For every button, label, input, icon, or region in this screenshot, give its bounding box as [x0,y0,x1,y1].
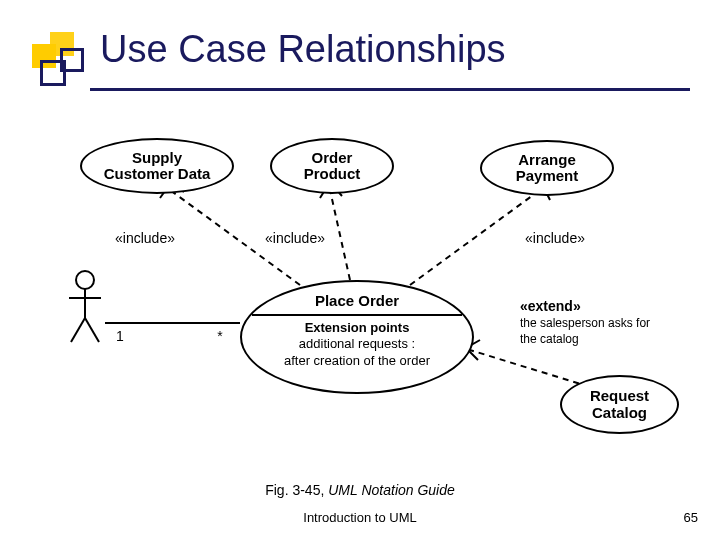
figure-number: Fig. 3-45, [265,482,324,498]
usecase-supply-customer-data: Supply Customer Data [80,138,234,194]
usecase-label: Supply Customer Data [104,150,211,183]
svg-line-9 [85,318,99,342]
actor-icon [65,270,105,350]
title-underline [90,88,690,91]
extend-stereotype: «extend» [520,298,581,314]
extension-points: Extension points additional requests : a… [242,320,472,369]
uml-diagram: Supply Customer Data Order Product Arran… [40,120,680,460]
assoc-multiplicity-right: * [210,328,230,344]
usecase-label: Arrange Payment [516,152,579,185]
extend-condition-line2: the catalog [520,332,579,346]
place-order-divider [252,314,462,316]
svg-point-5 [76,271,94,289]
assoc-multiplicity-left: 1 [110,328,130,344]
place-order-title: Place Order [242,292,472,309]
extend-label: «extend» the salesperson asks for the ca… [520,298,680,346]
slide-title: Use Case Relationships [100,28,506,71]
slide-footer: Introduction to UML [0,510,720,525]
usecase-place-order: Place Order Extension points additional … [240,280,474,394]
page-number: 65 [684,510,698,525]
include-label-2: «include» [250,230,340,246]
usecase-arrange-payment: Arrange Payment [480,140,614,196]
include-label-1: «include» [100,230,190,246]
include-label-3: «include» [510,230,600,246]
usecase-label: Request Catalog [590,388,649,421]
extension-points-heading: Extension points [305,320,410,335]
extension-point-line1: additional requests : [299,336,415,351]
svg-line-8 [71,318,85,342]
figure-caption: Fig. 3-45, UML Notation Guide [0,482,720,498]
usecase-request-catalog: Request Catalog [560,375,679,434]
figure-source: UML Notation Guide [324,482,454,498]
extension-point-line2: after creation of the order [284,353,430,368]
slide: Use Case Relationships Supply Customer D… [0,0,720,540]
usecase-order-product: Order Product [270,138,394,194]
extend-condition-line1: the salesperson asks for [520,316,650,330]
title-ornament [32,32,88,88]
usecase-label: Order Product [304,150,361,183]
